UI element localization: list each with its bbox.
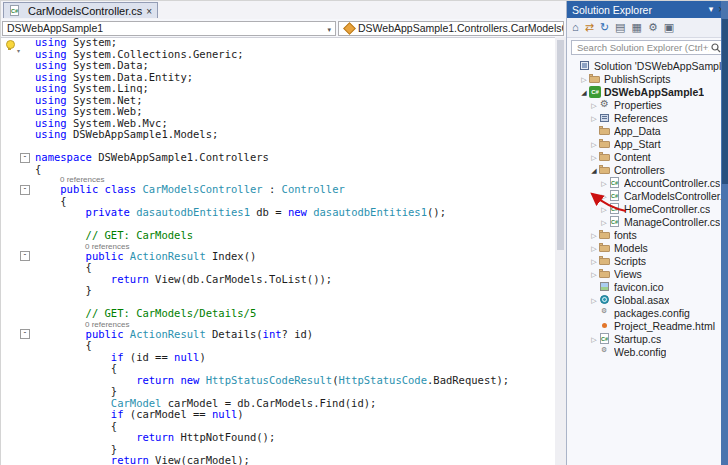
- code-line[interactable]: [1, 297, 555, 309]
- search-input[interactable]: [575, 41, 711, 54]
- code-line[interactable]: 0 references: [1, 320, 555, 329]
- code-line[interactable]: - public class CarModelsController : Con…: [1, 184, 555, 196]
- editor-scrollbar[interactable]: [555, 37, 566, 465]
- fold-collapse-icon[interactable]: -: [1, 184, 35, 196]
- expand-icon[interactable]: [589, 229, 599, 240]
- fold-collapse-icon[interactable]: -: [1, 329, 35, 341]
- code-text: using System.Collections.Generic;: [35, 49, 555, 61]
- expand-icon[interactable]: [589, 255, 599, 266]
- document-tab[interactable]: CarModelsController.cs: [3, 2, 158, 18]
- code-editor[interactable]: using System;using System.Collections.Ge…: [1, 37, 555, 465]
- editor-scrollbar-thumb[interactable]: [557, 40, 564, 250]
- code-line[interactable]: using System.Web;: [1, 106, 555, 118]
- code-line[interactable]: using System;: [1, 37, 555, 49]
- tree-item-content[interactable]: Content: [567, 150, 728, 163]
- tree-item-dswebappsample1[interactable]: DSWebAppSample1: [567, 85, 728, 98]
- chevron-down-icon[interactable]: [17, 39, 20, 57]
- expand-icon[interactable]: [589, 151, 599, 162]
- expand-icon[interactable]: [589, 294, 599, 305]
- tree-item-controllers[interactable]: Controllers: [567, 163, 728, 176]
- code-line[interactable]: using System.Web.Mvc;: [1, 118, 555, 130]
- lightbulb-icon[interactable]: [6, 40, 15, 49]
- code-line[interactable]: {: [1, 421, 555, 433]
- project-dropdown[interactable]: DSWebAppSample1: [2, 21, 336, 36]
- code-line[interactable]: {: [1, 363, 555, 375]
- fold-collapse-icon[interactable]: -: [1, 251, 35, 263]
- code-line[interactable]: [1, 141, 555, 153]
- tree-item-global-asax[interactable]: Global.asax: [567, 293, 728, 306]
- window-position-icon[interactable]: ▾: [709, 5, 714, 14]
- home-icon[interactable]: ⌂: [572, 22, 579, 33]
- refresh-icon[interactable]: ↻: [600, 22, 609, 33]
- code-line[interactable]: using System.Linq;: [1, 83, 555, 95]
- code-line[interactable]: using System.Data;: [1, 60, 555, 72]
- tree-item-app-data[interactable]: App_Data: [567, 124, 728, 137]
- tree-item-app-start[interactable]: App_Start: [567, 137, 728, 150]
- breadcrumb-dropdown[interactable]: DSWebAppSample1.Controllers.CarModelsCon…: [338, 21, 564, 36]
- preview-icon[interactable]: ▣: [664, 22, 674, 33]
- solution-explorer-scrollbar[interactable]: [721, 1, 728, 465]
- code-line[interactable]: using DSWebAppSample1.Models;: [1, 129, 555, 141]
- tree-item-properties[interactable]: Properties: [567, 98, 728, 111]
- close-icon[interactable]: [146, 5, 152, 17]
- code-line[interactable]: }: [1, 285, 555, 297]
- code-line[interactable]: - public ActionResult Details(int? id): [1, 329, 555, 341]
- code-line[interactable]: -namespace DSWebAppSample1.Controllers: [1, 152, 555, 164]
- sync-active-document-icon[interactable]: ⇄: [585, 22, 594, 33]
- tree-item-references[interactable]: References: [567, 111, 728, 124]
- code-line[interactable]: {: [1, 164, 555, 176]
- code-line[interactable]: }: [1, 444, 555, 456]
- expand-icon[interactable]: [589, 242, 599, 253]
- expand-icon[interactable]: [589, 138, 599, 149]
- tree-item-startup-cs[interactable]: Startup.cs: [567, 332, 728, 345]
- proj-icon: [589, 86, 601, 98]
- tree-item-models[interactable]: Models: [567, 241, 728, 254]
- code-line[interactable]: return View(carModel);: [1, 455, 555, 465]
- code-line[interactable]: using System.Collections.Generic;: [1, 49, 555, 61]
- expand-icon[interactable]: [579, 73, 589, 84]
- fold-collapse-icon[interactable]: -: [1, 152, 35, 164]
- tree-item-solution-dswebappsample1-1-pro[interactable]: Solution 'DSWebAppSample1' (1 pro: [567, 59, 728, 72]
- tree-item-favicon-ico[interactable]: favicon.ico: [567, 280, 728, 293]
- code-line[interactable]: using System.Net;: [1, 95, 555, 107]
- tree-item-scripts[interactable]: Scripts: [567, 254, 728, 267]
- code-line[interactable]: return HttpNotFound();: [1, 432, 555, 444]
- code-line[interactable]: if (carModel == null): [1, 409, 555, 421]
- gutter: [1, 444, 35, 456]
- search-box[interactable]: [571, 40, 725, 55]
- code-line[interactable]: [1, 219, 555, 231]
- tree-item-views[interactable]: Views: [567, 267, 728, 280]
- code-line[interactable]: {: [1, 262, 555, 274]
- tree-item-project-readme-html[interactable]: Project_Readme.html: [567, 319, 728, 332]
- tree-item-fonts[interactable]: fonts: [567, 228, 728, 241]
- collapse-all-icon[interactable]: ▤: [615, 22, 625, 33]
- code-line[interactable]: }: [1, 386, 555, 398]
- code-line[interactable]: // GET: CarModels: [1, 230, 555, 242]
- code-line[interactable]: return new HttpStatusCodeResult(HttpStat…: [1, 375, 555, 387]
- properties-icon[interactable]: ⚙: [648, 22, 658, 33]
- scrollbar-thumb[interactable]: [722, 19, 728, 184]
- code-line[interactable]: CarModel carModel = db.CarModels.Find(id…: [1, 398, 555, 410]
- expand-icon[interactable]: [589, 333, 599, 344]
- expand-icon[interactable]: [589, 112, 599, 123]
- code-line[interactable]: return View(db.CarModels.ToList());: [1, 274, 555, 286]
- tree-item-web-config[interactable]: Web.config: [567, 345, 728, 358]
- tree-item-managecontroller-cs[interactable]: ManageController.cs: [567, 215, 728, 228]
- code-line[interactable]: 0 references: [1, 175, 555, 184]
- code-line[interactable]: {: [1, 340, 555, 352]
- tree-item-publishscripts[interactable]: PublishScripts: [567, 72, 728, 85]
- expand-icon[interactable]: [599, 216, 609, 227]
- code-line[interactable]: {: [1, 196, 555, 208]
- collapse-icon[interactable]: [579, 86, 589, 97]
- code-line[interactable]: // GET: CarModels/Details/5: [1, 308, 555, 320]
- expand-icon[interactable]: [589, 268, 599, 279]
- code-line[interactable]: 0 references: [1, 242, 555, 251]
- show-all-files-icon[interactable]: ▦: [632, 22, 642, 33]
- code-line[interactable]: private dasautodbEntities1 db = new dasa…: [1, 207, 555, 219]
- code-line[interactable]: using System.Data.Entity;: [1, 72, 555, 84]
- code-line[interactable]: if (id == null): [1, 352, 555, 364]
- tree-item-packages-config[interactable]: packages.config: [567, 306, 728, 319]
- code-line[interactable]: - public ActionResult Index(): [1, 251, 555, 263]
- expand-icon[interactable]: [589, 99, 599, 110]
- collapse-icon[interactable]: [589, 164, 599, 175]
